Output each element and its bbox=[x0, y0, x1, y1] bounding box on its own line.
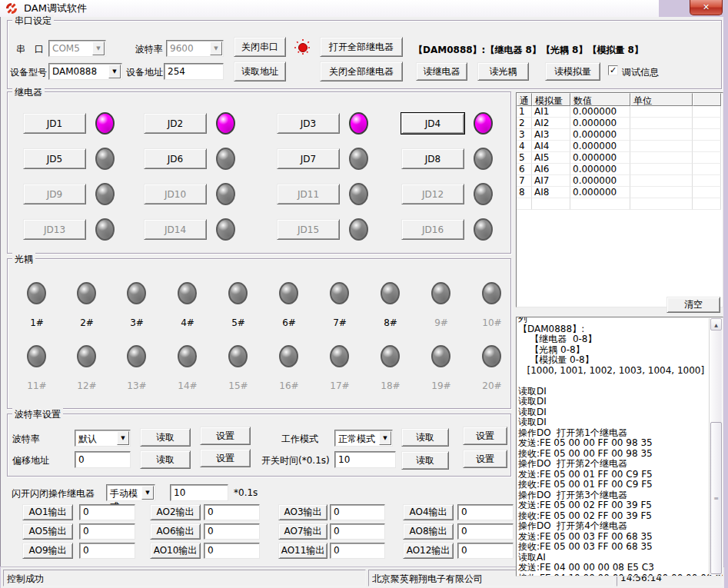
debug-info-checkbox[interactable]: ✓ bbox=[608, 65, 618, 75]
ao-output-value-9[interactable]: 0 bbox=[79, 543, 135, 559]
table-row[interactable]: 5AI50.000000 bbox=[517, 152, 723, 164]
clear-log-button[interactable]: 清空 bbox=[667, 297, 720, 313]
relay-button-jd1[interactable]: JD1 bbox=[23, 113, 86, 134]
device-model-value: DAM0888 bbox=[52, 66, 97, 77]
ao-output-value-8[interactable]: 0 bbox=[457, 523, 514, 540]
close-all-relays-button[interactable]: 关闭全部继电器 bbox=[320, 61, 403, 81]
ao-output-value-4[interactable]: 0 bbox=[457, 504, 514, 520]
opto-label-16#: 16# bbox=[272, 380, 306, 391]
ao-output-value-5[interactable]: 0 bbox=[79, 523, 135, 540]
ao-output-button-7[interactable]: AO7输出 bbox=[278, 523, 327, 540]
relay-button-jd15[interactable]: JD15 bbox=[277, 219, 340, 240]
relay-button-jd3[interactable]: JD3 bbox=[277, 113, 340, 134]
window-title: DAM调试软件 bbox=[24, 2, 87, 15]
analog-col-header[interactable]: 模拟量 bbox=[532, 93, 570, 106]
work-mode-set-button[interactable]: 设置 bbox=[463, 427, 507, 445]
ao-output-value-12[interactable]: 0 bbox=[457, 543, 514, 559]
flash-time-input[interactable]: 10 bbox=[170, 484, 228, 501]
relay-button-jd10[interactable]: JD10 bbox=[144, 184, 207, 204]
ao-output-value-7[interactable]: 0 bbox=[330, 523, 385, 540]
read-addr-button[interactable]: 读取地址 bbox=[234, 61, 286, 81]
read-opto-button[interactable]: 读光耦 bbox=[477, 62, 529, 81]
relay-light-14-off bbox=[216, 218, 235, 241]
relay-button-jd5[interactable]: JD5 bbox=[23, 148, 86, 169]
relay-button-jd11[interactable]: JD11 bbox=[277, 184, 340, 204]
table-row[interactable]: 8AI80.000000 bbox=[517, 187, 723, 198]
close-serial-button[interactable]: 关闭串口 bbox=[234, 37, 286, 57]
ao-output-value-11[interactable]: 0 bbox=[330, 543, 385, 559]
relay-cell: JD6 bbox=[144, 148, 248, 171]
switch-time-read-button[interactable]: 读取 bbox=[401, 451, 449, 470]
relay-button-jd6[interactable]: JD6 bbox=[144, 148, 207, 169]
baud-set-button[interactable]: 设置 bbox=[200, 427, 251, 445]
log-scrollbar[interactable]: ▲ ≡ bbox=[709, 318, 722, 575]
flash-mode-select[interactable]: 手动模式 ▼ bbox=[106, 484, 155, 501]
ao-output-button-6[interactable]: AO6输出 bbox=[150, 523, 201, 540]
analog-col-header[interactable]: 单位 bbox=[630, 93, 693, 106]
switch-time-set-button[interactable]: 设置 bbox=[463, 450, 507, 468]
ao-output-value-3[interactable]: 0 bbox=[330, 504, 385, 520]
opto-light-19# bbox=[431, 345, 450, 367]
relay-button-jd7[interactable]: JD7 bbox=[277, 148, 340, 169]
work-mode-read-button[interactable]: 读取 bbox=[401, 428, 449, 447]
baud-setting-value: 默认 bbox=[78, 434, 97, 444]
table-cell bbox=[630, 152, 693, 164]
close-button[interactable]: ✕ bbox=[690, 0, 723, 15]
relay-button-jd16[interactable]: JD16 bbox=[401, 219, 464, 240]
analog-col-header[interactable] bbox=[693, 93, 721, 106]
work-mode-value: 正常模式 bbox=[338, 434, 375, 444]
analog-table[interactable]: 通模拟量数值单位1AI10.0000002AI20.0000003AI30.00… bbox=[516, 92, 723, 307]
ao-output-button-4[interactable]: AO4输出 bbox=[403, 504, 454, 520]
relay-button-jd14[interactable]: JD14 bbox=[144, 219, 207, 240]
ao-output-button-9[interactable]: AO9输出 bbox=[22, 543, 73, 559]
baud-setting-select[interactable]: 默认 ▼ bbox=[75, 430, 131, 447]
relay-button-jd2[interactable]: JD2 bbox=[144, 113, 207, 134]
work-mode-select[interactable]: 正常模式 ▼ bbox=[334, 430, 393, 447]
ao-output-value-1[interactable]: 0 bbox=[79, 504, 135, 520]
table-row[interactable]: 7AI70.000000 bbox=[517, 175, 723, 187]
device-model-select[interactable]: DAM0888 ▼ bbox=[48, 63, 122, 80]
ao-output-button-10[interactable]: AO10输出 bbox=[150, 543, 201, 559]
ao-output-button-12[interactable]: AO12输出 bbox=[403, 543, 454, 559]
read-relay-button[interactable]: 读继电器 bbox=[416, 62, 467, 81]
relay-button-jd8[interactable]: JD8 bbox=[401, 148, 464, 169]
offset-read-button[interactable]: 读取 bbox=[140, 450, 191, 469]
table-row[interactable]: 3AI30.000000 bbox=[517, 129, 723, 141]
open-all-relays-button[interactable]: 打开全部继电器 bbox=[320, 37, 403, 57]
table-row[interactable]: 2AI20.000000 bbox=[517, 118, 723, 129]
ao-output-button-1[interactable]: AO1输出 bbox=[22, 504, 73, 520]
table-row[interactable]: 6AI60.000000 bbox=[517, 164, 723, 175]
ao-output-button-3[interactable]: AO3输出 bbox=[278, 504, 327, 520]
ao-output-value-6[interactable]: 0 bbox=[204, 523, 260, 540]
relay-button-jd4[interactable]: JD4 bbox=[401, 113, 464, 134]
ao-output-button-11[interactable]: AO11输出 bbox=[278, 543, 327, 559]
port-select[interactable]: COM5 ▼ bbox=[48, 40, 106, 57]
ao-output-button-2[interactable]: AO2输出 bbox=[150, 504, 201, 520]
ao-output-button-8[interactable]: AO8输出 bbox=[403, 523, 454, 540]
ao-output-value-10[interactable]: 0 bbox=[204, 543, 260, 559]
relay-button-jd9[interactable]: JD9 bbox=[23, 184, 86, 204]
analog-col-header[interactable]: 数值 bbox=[570, 93, 630, 106]
table-row[interactable] bbox=[517, 198, 723, 210]
table-cell bbox=[570, 198, 630, 210]
table-row[interactable]: 4AI40.000000 bbox=[517, 141, 723, 152]
table-cell bbox=[693, 164, 721, 175]
ao-output-button-5[interactable]: AO5输出 bbox=[22, 523, 73, 540]
switch-time-input[interactable]: 10 bbox=[334, 451, 396, 468]
ao-output-value-2[interactable]: 0 bbox=[204, 504, 260, 520]
offset-set-button[interactable]: 设置 bbox=[200, 449, 251, 467]
table-row[interactable]: 1AI10.000000 bbox=[517, 106, 723, 118]
baud-read-button[interactable]: 读取 bbox=[140, 428, 191, 447]
analog-col-header[interactable]: 通 bbox=[517, 93, 532, 106]
scroll-up-icon[interactable]: ▲ bbox=[710, 318, 722, 331]
scrollbar-thumb[interactable]: ≡ bbox=[710, 422, 722, 574]
device-addr-input[interactable]: 254 bbox=[164, 63, 224, 80]
baud-select[interactable]: 9600 ▼ bbox=[166, 40, 224, 57]
offset-addr-input[interactable]: 0 bbox=[75, 451, 131, 468]
port-label: 串 口 bbox=[16, 43, 44, 56]
relay-button-jd13[interactable]: JD13 bbox=[23, 219, 86, 240]
read-analog-button[interactable]: 读模拟量 bbox=[545, 62, 600, 81]
relay-button-jd12[interactable]: JD12 bbox=[401, 184, 464, 204]
relay-cell: JD7 bbox=[277, 148, 381, 171]
debug-log-panel[interactable]: 列 【DAM0888】: 【继电器 0-8】 【光耦 0-8】 【模拟量 0-8… bbox=[516, 317, 723, 576]
